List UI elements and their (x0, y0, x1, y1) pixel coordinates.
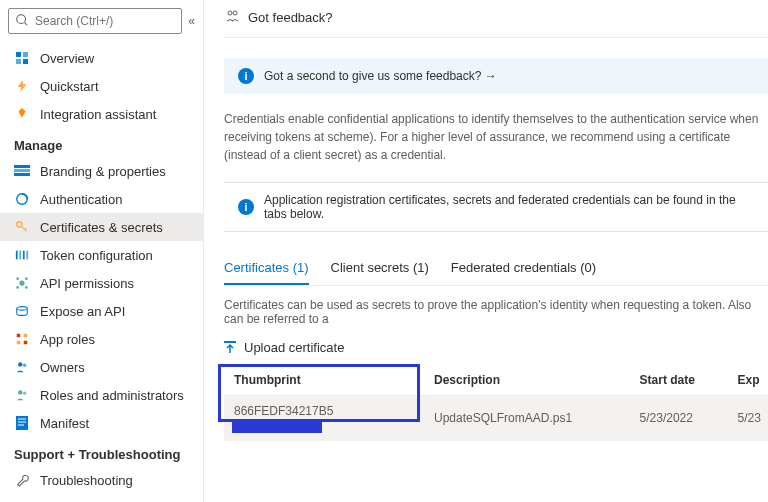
nav-authentication[interactable]: Authentication (0, 185, 203, 213)
nav-troubleshooting[interactable]: Troubleshooting (0, 466, 203, 494)
collapse-sidebar-button[interactable]: « (188, 14, 195, 28)
nav-api-permissions[interactable]: API permissions (0, 269, 203, 297)
nav-owners[interactable]: Owners (0, 353, 203, 381)
nav-overview[interactable]: Overview (0, 44, 203, 72)
col-thumbprint[interactable]: Thumbprint (224, 365, 424, 396)
col-expires[interactable]: Exp (728, 365, 768, 396)
svg-point-22 (25, 286, 28, 289)
svg-point-30 (18, 390, 22, 394)
search-box[interactable] (8, 8, 182, 34)
svg-point-28 (18, 362, 22, 366)
cell-description: UpdateSQLFromAAD.ps1 (424, 396, 630, 441)
nav-label: Owners (40, 360, 85, 375)
nav-section-manage: Manage (0, 128, 203, 157)
nav-token-config[interactable]: Token configuration (0, 241, 203, 269)
nav-integration-assistant[interactable]: Integration assistant (0, 100, 203, 128)
nav-roles-admins[interactable]: Roles and administrators (0, 381, 203, 409)
cell-expires: 5/23 (728, 396, 768, 441)
cell-thumbprint: 866FEDF34217B5 (224, 396, 424, 441)
cell-start-date: 5/23/2022 (630, 396, 728, 441)
note-box: i Application registration certificates,… (224, 182, 768, 232)
key-icon (14, 219, 30, 235)
nav-quickstart[interactable]: Quickstart (0, 72, 203, 100)
tabs: Certificates (1) Client secrets (1) Fede… (224, 254, 768, 286)
feedback-header[interactable]: Got feedback? (224, 0, 768, 38)
note-text: Application registration certificates, s… (264, 193, 754, 221)
svg-line-1 (25, 22, 28, 25)
tab-description: Certificates can be used as secrets to p… (224, 298, 768, 326)
svg-rect-24 (17, 334, 21, 338)
svg-rect-7 (14, 165, 30, 168)
nav-expose-api[interactable]: Expose an API (0, 297, 203, 325)
nav-label: Expose an API (40, 304, 125, 319)
svg-rect-4 (16, 59, 21, 64)
svg-rect-8 (14, 169, 30, 172)
svg-point-19 (16, 277, 19, 280)
tab-client-secrets[interactable]: Client secrets (1) (331, 254, 429, 285)
auth-icon (14, 191, 30, 207)
feedback-label: Got feedback? (248, 10, 333, 25)
table-row[interactable]: 866FEDF34217B5 UpdateSQLFromAAD.ps1 5/23… (224, 396, 768, 441)
svg-point-18 (19, 280, 24, 285)
svg-point-20 (25, 277, 28, 280)
upload-icon (224, 341, 236, 355)
sidebar: « Overview Quickstart Integration assist… (0, 0, 204, 502)
col-description[interactable]: Description (424, 365, 630, 396)
nav-label: Troubleshooting (40, 473, 133, 488)
svg-rect-27 (24, 341, 28, 345)
nav-section-support: Support + Troubleshooting (0, 437, 203, 466)
info-icon: i (238, 68, 254, 84)
nav-label: API permissions (40, 276, 134, 291)
tab-certificates[interactable]: Certificates (1) (224, 254, 309, 285)
svg-rect-9 (14, 173, 30, 176)
certificates-table: Thumbprint Description Start date Exp 86… (224, 365, 768, 441)
svg-marker-6 (18, 80, 27, 92)
roles-icon (14, 331, 30, 347)
info-icon: i (238, 199, 254, 215)
owners-icon (14, 359, 30, 375)
nav-manifest[interactable]: Manifest (0, 409, 203, 437)
branding-icon (14, 163, 30, 179)
nav-branding[interactable]: Branding & properties (0, 157, 203, 185)
nav-label: Roles and administrators (40, 388, 184, 403)
nav-new-support[interactable]: New support request (0, 494, 203, 502)
col-start-date[interactable]: Start date (630, 365, 728, 396)
nav-label: Quickstart (40, 79, 99, 94)
svg-rect-32 (16, 416, 28, 430)
svg-rect-25 (24, 334, 28, 338)
search-input[interactable] (35, 14, 175, 28)
svg-point-38 (228, 11, 232, 15)
tab-federated-credentials[interactable]: Federated credentials (0) (451, 254, 596, 285)
wrench-icon (14, 472, 30, 488)
nav-label: Integration assistant (40, 107, 156, 122)
token-icon (14, 247, 30, 263)
api-perm-icon (14, 275, 30, 291)
feedback-prompt-box[interactable]: i Got a second to give us some feedback?… (224, 58, 768, 94)
nav-app-roles[interactable]: App roles (0, 325, 203, 353)
credentials-description: Credentials enable confidential applicat… (224, 110, 768, 164)
svg-rect-3 (23, 52, 28, 57)
nav-label: Authentication (40, 192, 122, 207)
overview-icon (14, 50, 30, 66)
nav-label: Branding & properties (40, 164, 166, 179)
upload-certificate-button[interactable]: Upload certificate (224, 340, 768, 355)
search-row: « (0, 8, 203, 44)
feedback-icon (224, 8, 240, 27)
nav-label: Token configuration (40, 248, 153, 263)
svg-rect-2 (16, 52, 21, 57)
redaction (232, 419, 322, 433)
svg-rect-5 (23, 59, 28, 64)
feedback-prompt-text: Got a second to give us some feedback? → (264, 69, 497, 83)
rocket-icon (14, 106, 30, 122)
svg-point-31 (23, 392, 27, 396)
quickstart-icon (14, 78, 30, 94)
nav-label: Overview (40, 51, 94, 66)
manifest-icon (14, 415, 30, 431)
svg-point-29 (23, 364, 27, 368)
main-content: Got feedback? i Got a second to give us … (204, 0, 768, 502)
nav-certificates-secrets[interactable]: Certificates & secrets (0, 213, 203, 241)
svg-point-39 (233, 11, 237, 15)
nav-label: Certificates & secrets (40, 220, 163, 235)
upload-label: Upload certificate (244, 340, 344, 355)
nav-label: Manifest (40, 416, 89, 431)
